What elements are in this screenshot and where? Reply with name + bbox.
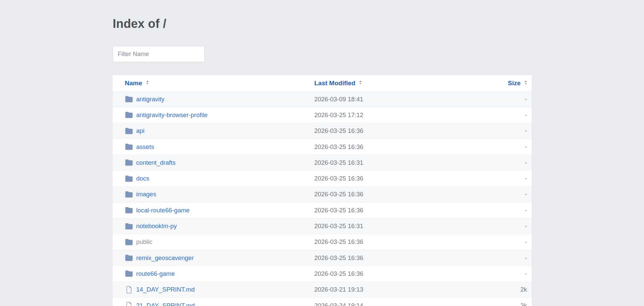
folder-icon — [124, 128, 133, 135]
file-icon — [124, 302, 133, 306]
file-table-body: antigravity 2026-03-09 18:41 - ant — [113, 91, 532, 306]
directory-index-page: Index of / Name — [113, 0, 532, 306]
table-row: 14_DAY_SPRINT.md 2026-03-21 19:13 2k — [113, 282, 532, 298]
size-cell: - — [508, 123, 532, 139]
file-link[interactable]: images — [136, 191, 156, 198]
table-row: notebooklm-py 2026-03-25 16:31 - — [113, 218, 532, 234]
modified-cell: 2026-03-25 16:31 — [314, 155, 508, 170]
file-link[interactable]: notebooklm-py — [136, 222, 177, 230]
size-cell: - — [508, 266, 532, 282]
sort-icon — [359, 80, 362, 87]
modified-cell: 2026-03-25 16:36 — [314, 234, 508, 250]
column-header-size[interactable]: Size — [508, 75, 532, 91]
table-row: content_drafts 2026-03-25 16:31 - — [113, 155, 532, 170]
folder-icon — [124, 175, 133, 182]
file-link[interactable]: 14_DAY_SPRINT.md — [136, 286, 195, 293]
size-cell: - — [508, 107, 532, 123]
modified-cell: 2026-03-25 16:36 — [314, 123, 508, 139]
modified-cell: 2026-03-24 19:14 — [314, 298, 508, 306]
table-row: images 2026-03-25 16:36 - — [113, 187, 532, 202]
file-link[interactable]: remix_geoscavenger — [136, 254, 194, 262]
file-link[interactable]: antigravity-browser-profile — [136, 111, 208, 119]
folder-icon — [124, 111, 133, 118]
size-cell: - — [508, 155, 532, 170]
table-row: docs 2026-03-25 16:36 - — [113, 170, 532, 186]
size-cell: - — [508, 218, 532, 234]
modified-cell: 2026-03-21 19:13 — [314, 282, 508, 298]
size-cell: - — [508, 170, 532, 186]
folder-icon — [124, 191, 133, 198]
folder-icon — [124, 96, 133, 103]
file-link[interactable]: content_drafts — [136, 159, 175, 166]
column-header-name[interactable]: Name — [113, 75, 314, 91]
modified-cell: 2026-03-25 16:36 — [314, 139, 508, 155]
size-cell: 2k — [508, 282, 532, 298]
file-link[interactable]: api — [136, 127, 145, 135]
folder-icon — [124, 270, 133, 277]
modified-cell: 2026-03-25 16:36 — [314, 187, 508, 202]
table-row: antigravity-browser-profile 2026-03-25 1… — [113, 107, 532, 123]
size-cell: - — [508, 250, 532, 266]
sort-icon — [524, 80, 528, 87]
file-table: Name Last Modified — [113, 75, 532, 306]
modified-cell: 2026-03-25 17:12 — [314, 107, 508, 123]
table-header-row: Name Last Modified — [113, 75, 532, 91]
modified-cell: 2026-03-09 18:41 — [314, 91, 508, 107]
size-cell: - — [508, 139, 532, 155]
file-link[interactable]: public — [136, 238, 152, 246]
modified-cell: 2026-03-25 16:36 — [314, 250, 508, 266]
folder-icon — [124, 223, 133, 230]
sort-icon — [146, 80, 149, 87]
column-header-last-modified-label: Last Modified — [314, 80, 355, 87]
table-row: remix_geoscavenger 2026-03-25 16:36 - — [113, 250, 532, 266]
column-header-last-modified[interactable]: Last Modified — [314, 75, 508, 91]
table-row: api 2026-03-25 16:36 - — [113, 123, 532, 139]
table-row: route66-game 2026-03-25 16:36 - — [113, 266, 532, 282]
size-cell: - — [508, 91, 532, 107]
file-link[interactable]: route66-game — [136, 270, 175, 277]
size-cell: - — [508, 187, 532, 202]
filter-input[interactable] — [113, 46, 205, 62]
page-title: Index of / — [113, 17, 532, 31]
modified-cell: 2026-03-25 16:36 — [314, 170, 508, 186]
file-link[interactable]: local-route66-game — [136, 207, 190, 214]
column-header-size-label: Size — [508, 80, 521, 87]
file-link[interactable]: antigravity — [136, 96, 164, 103]
folder-icon — [124, 207, 133, 214]
file-link[interactable]: assets — [136, 143, 154, 151]
size-cell: - — [508, 234, 532, 250]
file-icon — [124, 286, 133, 294]
folder-icon — [124, 159, 133, 166]
modified-cell: 2026-03-25 16:36 — [314, 202, 508, 218]
modified-cell: 2026-03-25 16:31 — [314, 218, 508, 234]
table-row: public 2026-03-25 16:36 - — [113, 234, 532, 250]
folder-icon — [124, 254, 133, 261]
table-row: assets 2026-03-25 16:36 - — [113, 139, 532, 155]
size-cell: - — [508, 202, 532, 218]
modified-cell: 2026-03-25 16:36 — [314, 266, 508, 282]
file-link[interactable]: 21_DAY_SPRINT.md — [136, 302, 195, 306]
folder-icon — [124, 239, 133, 246]
file-link[interactable]: docs — [136, 175, 149, 182]
size-cell: 2k — [508, 298, 532, 306]
folder-icon — [124, 143, 133, 150]
table-row: local-route66-game 2026-03-25 16:36 - — [113, 202, 532, 218]
table-row: 21_DAY_SPRINT.md 2026-03-24 19:14 2k — [113, 298, 532, 306]
column-header-name-label: Name — [125, 80, 142, 87]
table-row: antigravity 2026-03-09 18:41 - — [113, 91, 532, 107]
